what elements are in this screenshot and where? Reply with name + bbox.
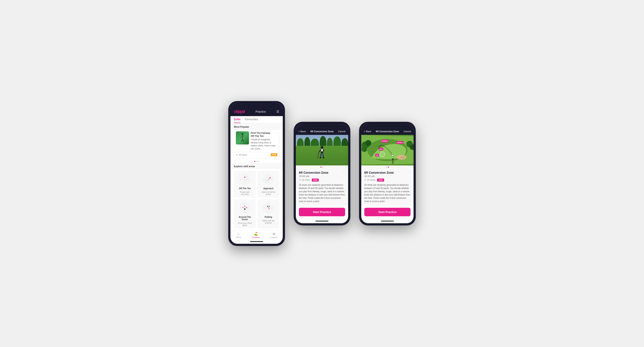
skill-card-putting[interactable]: Putting Make and lag practice [258,199,279,228]
svg-point-39 [321,146,323,149]
drill-info-2: 6ft Conversion Zone 10-50 yds ♡ ⏱ 20 sho… [296,169,348,205]
fav-icon-3[interactable]: ♡ [408,171,410,174]
cancel-button-3[interactable]: Cancel [404,130,411,133]
back-button-3[interactable]: < Back [364,130,371,133]
svg-point-59 [362,146,367,152]
featured-content: Find The Fairway Off The Tee ♡ Create an… [251,131,277,151]
tab-drills[interactable]: Drills [234,116,240,123]
atg-skill-icon [238,201,251,214]
svg-point-37 [269,208,270,209]
nav-capture[interactable]: ⊕ Capture [270,232,277,238]
tag-arg-3: ARG [377,179,384,182]
drill-meta-3: ⏱ 20 shots ARG [364,179,410,182]
featured-drill-card[interactable]: Find The Fairway Off The Tee ♡ Create an… [234,129,279,158]
header-title: Practice [256,110,266,113]
atg-name: Around The Green [236,216,254,221]
back-button-2[interactable]: < Back [298,130,306,133]
svg-line-2 [241,136,242,138]
golfer-photo-silhouette [316,145,328,162]
svg-text:FAIRWAY: FAIRWAY [382,140,388,142]
explore-label: Explore skill areas [230,163,283,169]
dot-2 [256,161,257,162]
atg-icon-area [238,201,251,214]
svg-point-0 [242,133,243,135]
drill-desc-2: 20 shots are randomly generated at dista… [299,183,345,203]
shots-info-3: ⏱ 20 shots [364,179,376,181]
drill-name-3: 6ft Conversion Zone [364,171,394,174]
home-bar-2 [316,221,328,221]
svg-point-69 [392,158,394,160]
featured-thumb [236,131,249,144]
approach-name: Approach [263,187,274,190]
featured-subtitle: Off The Tee [251,134,270,138]
svg-text:ROUGH: ROUGH [397,142,402,143]
svg-line-42 [323,150,324,151]
svg-point-28 [246,207,247,208]
activities-label: Activities [252,236,260,238]
home-bar-3 [381,221,394,221]
dot-1 [254,161,255,162]
app-logo: clippd [234,109,245,114]
course-map-svg: SAND FAIRWAY ROUGH Miss [361,135,414,165]
svg-line-43 [320,153,321,158]
tabs-bar: Drills Favourites [230,116,283,123]
drill-photo-2 [296,135,348,165]
img-dot-2 [322,167,324,168]
svg-line-3 [242,136,244,136]
svg-text:SAND: SAND [401,157,404,158]
svg-rect-48 [321,149,323,151]
phone-2: < Back 6ft Conversion Zone Cancel [294,122,350,225]
drill-desc-3: 20 shots are randomly generated at dista… [364,183,410,203]
tab-favourites[interactable]: Favourites [245,116,258,123]
start-practice-button-3[interactable]: Start Practice [364,208,410,216]
golf-course-mini [236,131,249,144]
fav-icon-2[interactable]: ♡ [343,171,345,174]
svg-text:Hit: Hit [376,154,378,156]
svg-rect-46 [320,157,321,158]
img-dot-3-1 [386,167,387,168]
ott-name: Off The Tee [239,187,251,190]
start-practice-button-2[interactable]: Start Practice [299,208,345,216]
skill-card-ott[interactable]: Off The Tee Power and accuracy [234,171,256,197]
shots-label: ⏱ 10 shots [236,154,247,156]
svg-point-26 [244,208,246,210]
drill-meta-2: ⏱ 20 shots ARG [299,179,345,182]
tag-ott: OTT [271,153,277,156]
home-indicator-2 [296,219,348,223]
putting-desc: Make and lag practice [260,220,277,224]
phone-1: clippd Practice ☰ Drills Favourites Most… [228,101,285,246]
skill-card-approach[interactable]: Approach Dial-in to hit the green [258,171,279,197]
image-dots-3 [361,165,414,169]
most-popular-label: Most Popular [230,123,283,129]
home-icon: ⌂ [238,232,240,236]
bottom-nav: ⌂ Home ⛳ Activities ⊕ Capture [230,230,283,239]
image-dots-2 [296,165,348,169]
cancel-button-2[interactable]: Cancel [338,130,346,133]
notch-1 [248,103,265,107]
svg-point-35 [267,206,268,207]
nav-activities[interactable]: ⛳ Activities [252,232,260,238]
svg-line-44 [323,153,324,158]
ott-icon-area [238,173,251,186]
carousel-dots [230,160,283,163]
detail-title-2: 6ft Conversion Zone [310,130,334,133]
home-bar-1 [250,241,263,242]
notch-2 [313,124,331,128]
ott-skill-icon [238,173,251,186]
phone-3: < Back 6ft Conversion Zone Cancel SAND F… [359,122,416,225]
drill-info-3: 6ft Conversion Zone 10-50 yds ♡ ⏱ 20 sho… [361,169,414,205]
detail-title-3: 6ft Conversion Zone [376,130,399,133]
favourite-icon[interactable]: ♡ [275,131,277,134]
nav-home[interactable]: ⌂ Home [236,232,241,238]
svg-point-36 [268,207,269,208]
skill-card-atg[interactable]: Around The Green Hone your short game [234,199,256,228]
svg-line-45 [318,152,319,159]
hamburger-icon[interactable]: ☰ [276,110,279,113]
clock-icon-3: ⏱ [364,179,366,181]
svg-point-68 [392,155,393,156]
activities-icon: ⛳ [254,232,258,236]
svg-point-58 [365,140,371,146]
svg-line-4 [241,139,242,142]
course-illustration-3: SAND FAIRWAY ROUGH Miss [361,135,414,165]
capture-label: Capture [270,236,277,238]
